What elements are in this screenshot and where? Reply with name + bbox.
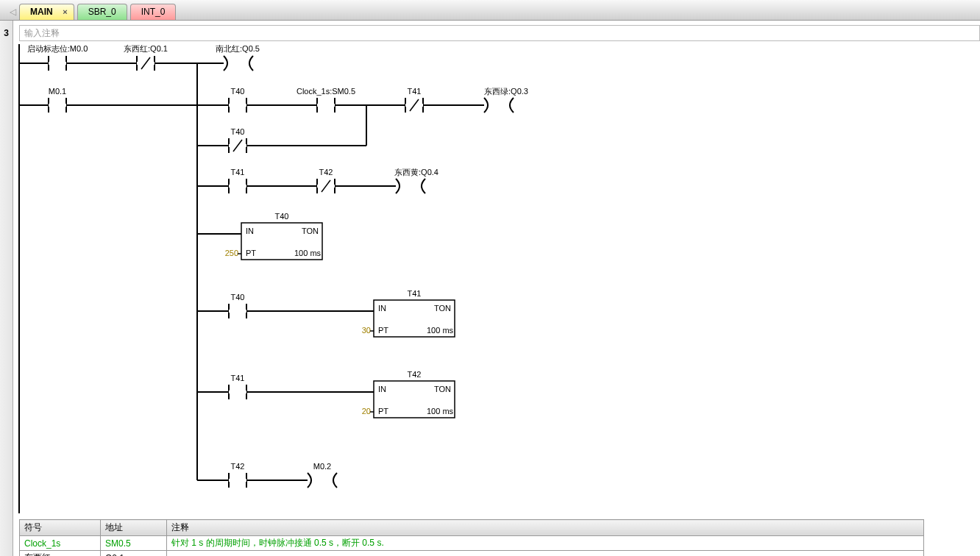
network-gutter: 3 <box>0 21 13 556</box>
svg-rect-27 <box>317 104 335 107</box>
rung-2: M0.1 <box>19 63 197 480</box>
svg-text:TON: TON <box>302 227 319 235</box>
svg-text:30: 30 <box>362 326 371 335</box>
timer-t41: T40 T41 IN TON PT 100 ms 30 <box>197 289 455 337</box>
ladder-area: 输入注释 启动标志位:M0.0 东西红:Q0.1 南北红:Q0.5 <box>13 21 980 556</box>
svg-rect-7 <box>49 62 66 65</box>
svg-text:M0.1: M0.1 <box>49 87 66 96</box>
svg-text:T41: T41 <box>231 168 245 177</box>
svg-text:Clock_1s:SM0.5: Clock_1s:SM0.5 <box>297 87 355 96</box>
svg-text:TON: TON <box>434 385 451 393</box>
col-address[interactable]: 地址 <box>101 520 167 536</box>
col-symbol[interactable]: 符号 <box>20 520 101 536</box>
branch-ew-green: T40 Clock_1s:SM0.5 T40 T41 <box>197 87 528 153</box>
svg-text:100 ms: 100 ms <box>427 407 454 416</box>
svg-text:PT: PT <box>378 407 388 416</box>
network-number: 3 <box>0 21 13 38</box>
svg-text:T40: T40 <box>231 87 245 96</box>
col-comment[interactable]: 注释 <box>167 520 924 536</box>
rung-1: 启动标志位:M0.0 东西红:Q0.1 南北红:Q0.5 <box>19 44 260 71</box>
table-row[interactable]: Clock_1s SM0.5 针对 1 s 的周期时间，时钟脉冲接通 0.5 s… <box>20 536 924 551</box>
svg-text:T41: T41 <box>408 289 422 298</box>
svg-text:T42: T42 <box>319 168 333 177</box>
svg-text:100 ms: 100 ms <box>427 326 454 335</box>
svg-text:PT: PT <box>246 249 256 257</box>
svg-text:T40: T40 <box>275 212 289 221</box>
nav-prev-icon[interactable]: ◁ <box>7 4 18 20</box>
svg-rect-23 <box>229 104 246 107</box>
close-icon[interactable]: × <box>63 7 67 16</box>
tab-main-label: MAIN <box>30 7 53 17</box>
svg-text:TON: TON <box>434 304 451 313</box>
svg-rect-91 <box>229 479 246 482</box>
table-row[interactable]: 东西红 Q0.1 <box>20 551 924 557</box>
svg-text:IN: IN <box>246 227 254 235</box>
svg-rect-18 <box>49 104 66 107</box>
svg-text:T42: T42 <box>408 370 422 379</box>
svg-text:T42: T42 <box>231 462 245 471</box>
timer-t40: T40 IN TON PT 100 ms 250 <box>197 212 322 260</box>
branch-m02: T42 M0.2 <box>197 462 337 488</box>
svg-text:东西绿:Q0.3: 东西绿:Q0.3 <box>484 87 528 96</box>
svg-rect-65 <box>229 310 246 313</box>
svg-text:启动标志位:M0.0: 启动标志位:M0.0 <box>27 44 88 53</box>
svg-rect-45 <box>229 185 246 188</box>
svg-text:20: 20 <box>362 407 371 416</box>
svg-text:东西黄:Q0.4: 东西黄:Q0.4 <box>394 168 438 177</box>
svg-text:南北红:Q0.5: 南北红:Q0.5 <box>216 44 260 53</box>
svg-text:T41: T41 <box>408 87 422 96</box>
tab-bar: ◁ MAIN × SBR_0 INT_0 <box>0 0 980 21</box>
tab-int[interactable]: INT_0 <box>130 4 177 20</box>
svg-rect-78 <box>229 391 246 393</box>
svg-text:M0.2: M0.2 <box>313 462 331 471</box>
ladder-diagram: 启动标志位:M0.0 东西红:Q0.1 南北红:Q0.5 <box>13 21 970 521</box>
svg-text:IN: IN <box>378 385 386 393</box>
tab-main[interactable]: MAIN × <box>19 4 74 20</box>
svg-text:250: 250 <box>225 249 238 257</box>
svg-text:东西红:Q0.1: 东西红:Q0.1 <box>124 44 168 53</box>
branch-ew-yellow: T41 T42 东西黄:Q0.4 <box>197 168 438 193</box>
svg-text:T40: T40 <box>231 127 245 136</box>
svg-text:IN: IN <box>378 304 386 313</box>
svg-text:T40: T40 <box>231 293 245 302</box>
timer-t42: T41 T42 IN TON PT 100 ms 20 <box>197 370 455 418</box>
svg-text:100 ms: 100 ms <box>294 249 322 257</box>
svg-text:PT: PT <box>378 326 388 335</box>
symbol-table: 符号 地址 注释 Clock_1s SM0.5 针对 1 s 的周期时间，时钟脉… <box>19 519 924 556</box>
tab-sbr[interactable]: SBR_0 <box>77 4 127 20</box>
svg-text:T41: T41 <box>231 374 245 382</box>
